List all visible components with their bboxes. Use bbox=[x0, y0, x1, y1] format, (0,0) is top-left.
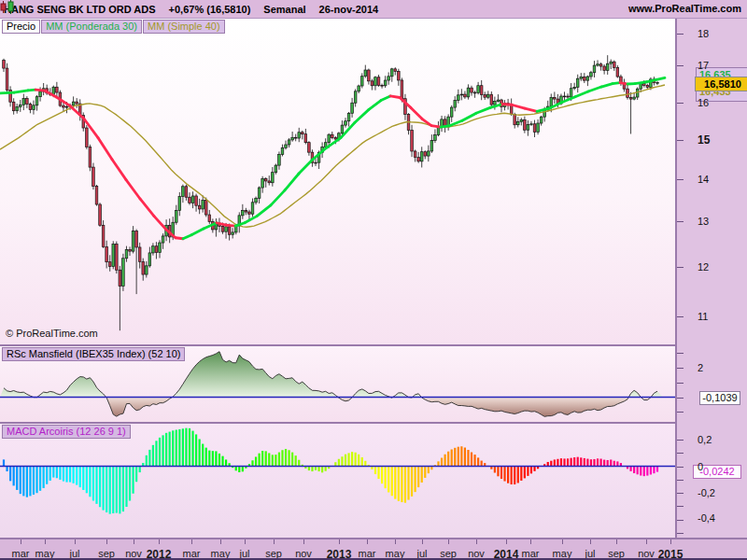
legend-ma-simple-40[interactable]: MM (Simple 40) bbox=[143, 20, 225, 34]
price-tick-label: 15 bbox=[698, 133, 735, 147]
month-label: jul bbox=[58, 548, 92, 559]
macd-tick-label: 0,2 bbox=[698, 433, 735, 446]
time-tick bbox=[134, 539, 134, 544]
price-tick-label: 18 bbox=[698, 27, 735, 40]
price-tick-label: 16 bbox=[698, 96, 735, 109]
price-chart-panel[interactable]: Precio MM (Ponderada 30) MM (Simple 40) … bbox=[0, 19, 675, 344]
price-tick bbox=[677, 140, 684, 141]
date-label: 26-nov-2014 bbox=[319, 4, 379, 15]
rsc-mansfield-panel[interactable]: RSc Mansfield (IBEX35 Index) (52 10) bbox=[0, 346, 675, 422]
price-tick bbox=[677, 103, 684, 104]
legend-ma-ponderada-30[interactable]: MM (Ponderada 30) bbox=[41, 20, 142, 34]
time-tick bbox=[476, 539, 477, 544]
price-tick bbox=[677, 267, 684, 268]
macd-canvas[interactable] bbox=[0, 424, 675, 538]
macd-tick-label: -0,4 bbox=[698, 511, 735, 525]
macd-tick bbox=[677, 493, 684, 494]
price-tick bbox=[677, 221, 684, 222]
rsc-tick bbox=[677, 368, 684, 369]
macd-tick bbox=[677, 533, 684, 534]
time-tick bbox=[367, 539, 368, 544]
candlestick-icon bbox=[0, 0, 16, 14]
macd-tick bbox=[677, 453, 684, 454]
time-tick bbox=[422, 539, 423, 544]
rsc-current-value: -0,1039 bbox=[699, 391, 740, 405]
time-tick bbox=[506, 539, 507, 544]
rsc-tick bbox=[677, 353, 684, 354]
price-chart-canvas[interactable] bbox=[0, 19, 675, 344]
time-tick bbox=[670, 539, 671, 544]
time-tick bbox=[530, 539, 531, 544]
macd-tick bbox=[677, 480, 684, 481]
month-label: sep bbox=[599, 548, 633, 559]
time-tick bbox=[339, 539, 340, 544]
macd-histogram bbox=[3, 428, 658, 514]
time-tick bbox=[106, 539, 107, 544]
last-price-badge: 16,5810 bbox=[695, 77, 747, 91]
macd-tick bbox=[677, 520, 684, 521]
rsc-indicator-label[interactable]: RSc Mansfield (IBEX35 Index) (52 10) bbox=[2, 347, 185, 361]
time-tick bbox=[75, 539, 76, 544]
rsc-tick bbox=[677, 398, 684, 399]
macd-indicator-label[interactable]: MACD Arcoiris (12 26 9 1) bbox=[2, 425, 131, 439]
year-label: 2015 bbox=[654, 548, 687, 560]
time-tick bbox=[191, 539, 192, 544]
time-tick bbox=[159, 539, 160, 544]
time-tick bbox=[303, 539, 304, 544]
legend-price[interactable]: Precio bbox=[2, 20, 40, 34]
timeframe-label[interactable]: Semanal bbox=[263, 4, 305, 15]
price-tick-label: 13 bbox=[698, 215, 735, 228]
price-tick bbox=[677, 179, 684, 180]
price-axis-column[interactable]: 16,635 16,433 16,5810 -0,1039 -0,0242 18… bbox=[675, 19, 747, 538]
rsc-tick bbox=[677, 412, 684, 413]
copyright-watermark: © ProRealTime.com bbox=[6, 328, 98, 339]
time-axis[interactable]: marmayjulsepnov2012marmayjulsepnov2013ma… bbox=[0, 538, 747, 560]
price-tick bbox=[677, 65, 684, 66]
time-tick bbox=[45, 539, 46, 544]
instrument-title: HANG SENG BK LTD ORD ADS bbox=[4, 4, 156, 15]
time-tick bbox=[395, 539, 396, 544]
rsc-tick bbox=[677, 383, 684, 384]
month-label: nov bbox=[459, 548, 493, 559]
month-label: sep bbox=[257, 548, 290, 559]
price-tick bbox=[677, 34, 684, 35]
macd-arcoiris-panel[interactable]: MACD Arcoiris (12 26 9 1) bbox=[0, 424, 675, 538]
time-tick bbox=[274, 539, 275, 544]
candles-layer bbox=[3, 55, 659, 330]
price-tick-label: 12 bbox=[698, 260, 735, 273]
prorealtime-chart-window: HANG SENG BK LTD ORD ADS +0,67% (16,5810… bbox=[0, 0, 747, 560]
price-tick-label: 14 bbox=[698, 173, 735, 186]
chart-legend: Precio MM (Ponderada 30) MM (Simple 40) bbox=[2, 20, 225, 34]
time-tick bbox=[448, 539, 449, 544]
website-watermark: www.ProRealTime.com bbox=[628, 3, 741, 14]
macd-tick bbox=[677, 440, 684, 441]
macd-tick-label: -0,2 bbox=[698, 486, 735, 499]
macd-tick bbox=[677, 506, 684, 507]
time-tick bbox=[21, 539, 21, 544]
month-label: nov bbox=[287, 548, 320, 559]
month-label: mar bbox=[514, 548, 547, 559]
macd-tick-label: 0 bbox=[698, 460, 735, 473]
time-tick bbox=[245, 539, 246, 544]
year-label: 2012 bbox=[142, 548, 176, 560]
rsc-tick-label: 2 bbox=[698, 361, 735, 374]
price-change: +0,67% (16,5810) bbox=[169, 4, 251, 15]
macd-tick bbox=[677, 467, 684, 468]
time-tick bbox=[220, 539, 221, 544]
time-tick bbox=[590, 539, 591, 544]
price-tick-label: 11 bbox=[698, 310, 735, 323]
time-tick bbox=[646, 539, 647, 544]
rsc-area-series bbox=[0, 352, 663, 417]
time-tick bbox=[616, 539, 617, 544]
price-tick-label: 17 bbox=[698, 59, 735, 72]
price-tick bbox=[677, 316, 684, 317]
title-bar: HANG SENG BK LTD ORD ADS +0,67% (16,5810… bbox=[0, 0, 747, 19]
month-label: may bbox=[28, 548, 62, 559]
time-tick bbox=[562, 539, 563, 544]
